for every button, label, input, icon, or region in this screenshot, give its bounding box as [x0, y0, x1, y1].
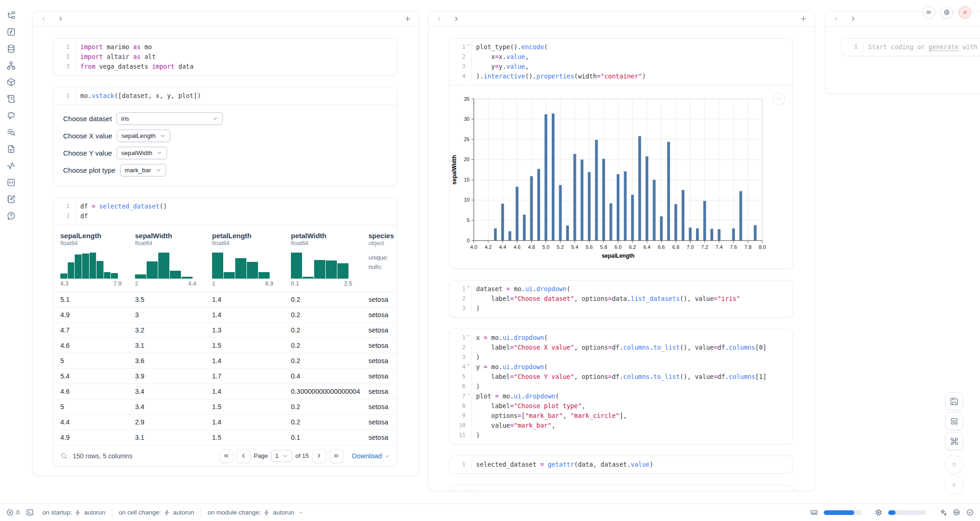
code-text[interactable]: y = mo.ui.dropdown( — [471, 362, 793, 372]
choose-dataset-select[interactable]: iris — [116, 112, 223, 125]
code-text[interactable]: mo.vstack([dataset, x, y, plot]) — [76, 91, 397, 101]
file-tree-icon[interactable] — [6, 11, 16, 20]
add-cell-button[interactable] — [404, 15, 412, 23]
code-text[interactable]: label="Choose plot type", — [471, 401, 793, 411]
code-editor[interactable]: 1selected_dataset = getattr(data, datase… — [450, 456, 793, 473]
prev-page-button[interactable] — [237, 449, 251, 463]
code-editor[interactable]: 1plot_type = getattr(alt.Chart(df), plot… — [450, 485, 793, 491]
stop-button[interactable] — [945, 455, 963, 474]
ai-chat-icon[interactable] — [6, 111, 16, 120]
code-cell[interactable]: 1df = selected_dataset()2dfsepalLengthfl… — [53, 197, 397, 467]
code-text[interactable]: import altair as alt — [76, 52, 397, 62]
logs-icon[interactable] — [6, 128, 16, 137]
table-row[interactable]: 5.43.91.70.4setosa — [54, 368, 397, 384]
autorun-setting-1[interactable]: on cell change:autorun — [119, 509, 194, 516]
column-header-sepalLength[interactable]: sepalLengthfloat644.37.9 — [59, 232, 134, 287]
fold-chevron-icon[interactable] — [466, 391, 471, 397]
download-button[interactable]: Download — [352, 452, 391, 460]
table-row[interactable]: 53.41.50.2setosa — [54, 399, 397, 414]
autorun-setting-0[interactable]: on startup:autorun — [42, 509, 105, 516]
autorun-setting-2[interactable]: on module change:autorun — [207, 509, 303, 516]
fold-chevron-icon[interactable] — [466, 42, 471, 47]
notebook-icon[interactable] — [6, 195, 16, 204]
chart-actions-button[interactable] — [773, 93, 785, 105]
table-row[interactable]: 4.42.91.40.2setosa — [54, 414, 397, 430]
page-select[interactable]: 1 — [271, 450, 292, 462]
package-icon[interactable] — [6, 78, 16, 87]
fold-chevron-icon[interactable] — [466, 362, 471, 367]
function-square-icon[interactable] — [6, 27, 16, 37]
column-header-petalWidth[interactable]: petalWidthfloat640.12.5 — [290, 232, 368, 287]
code-cell[interactable]: 1mo.vstack([dataset, x, y, plot])Choose … — [53, 87, 397, 186]
column-header-sepalWidth[interactable]: sepalWidthfloat6424.4 — [134, 232, 211, 287]
code-editor[interactable]: 1dataset = mo.ui.dropdown(2 label="Choos… — [450, 280, 793, 317]
documentation-icon[interactable] — [6, 144, 16, 154]
code-text[interactable]: y=y.value, — [471, 62, 793, 72]
settings-button[interactable] — [941, 6, 953, 19]
code-text[interactable]: options=["mark_bar", "mark_circle"], — [471, 411, 793, 421]
code-cell[interactable]: 1x = mo.ui.dropdown(2 label="Choose X va… — [449, 329, 793, 444]
empty-code-cell[interactable]: 1 Start coding or generate with — [841, 38, 980, 56]
code-text[interactable]: selected_dataset = getattr(data, dataset… — [471, 460, 793, 469]
code-cell[interactable]: 1import marimo as mo2import altair as al… — [53, 38, 397, 76]
table-row[interactable]: 4.63.41.40.30000000000000004setosa — [54, 384, 397, 399]
nav-back-icon[interactable] — [40, 15, 47, 22]
nav-back-icon[interactable] — [832, 15, 839, 22]
table-row[interactable]: 4.63.11.50.2setosa — [54, 338, 397, 353]
check-circle-icon[interactable] — [966, 508, 974, 516]
table-row[interactable]: 4.931.40.2setosa — [54, 307, 397, 322]
code-cell[interactable]: 1plot_type = getattr(alt.Chart(df), plot… — [449, 485, 793, 491]
code-text[interactable]: plot_type = getattr(alt.Chart(df), plot.… — [471, 489, 793, 491]
code-text[interactable]: df = selected_dataset() — [76, 202, 397, 211]
code-text[interactable]: df — [76, 211, 397, 221]
code-text[interactable]: label="Choose dataset", options=data.lis… — [471, 294, 793, 304]
copilot-icon[interactable] — [953, 508, 961, 516]
run-button[interactable] — [945, 475, 963, 494]
code-editor[interactable]: 1plot_type().encode(2 x=x.value,3 y=y.va… — [450, 39, 793, 85]
layout-button[interactable] — [945, 412, 963, 430]
code-text[interactable]: ) — [471, 430, 793, 440]
code-text[interactable]: ) — [471, 304, 793, 313]
code-text[interactable]: dataset = mo.ui.dropdown( — [471, 284, 793, 294]
code-text[interactable]: plot = mo.ui.dropdown( — [471, 391, 793, 401]
dependency-graph-icon[interactable] — [6, 61, 16, 70]
fold-chevron-icon[interactable] — [466, 333, 471, 338]
snippets-icon[interactable] — [6, 178, 16, 187]
code-editor-placeholder[interactable]: Start coding or generate with — [864, 42, 980, 52]
code-text[interactable]: ).interactive().properties(width="contai… — [471, 72, 793, 81]
code-editor[interactable]: 1mo.vstack([dataset, x, y, plot]) — [54, 87, 397, 104]
scratchpad-icon[interactable] — [6, 94, 16, 104]
code-editor[interactable]: 1import marimo as mo2import altair as al… — [54, 39, 397, 75]
table-row[interactable]: 4.93.11.50.1setosa — [54, 430, 397, 445]
choose-plot-type-select[interactable]: mark_bar — [120, 164, 166, 176]
first-page-button[interactable] — [219, 449, 233, 463]
code-text[interactable]: import marimo as mo — [76, 42, 397, 52]
terminal-icon[interactable] — [26, 508, 34, 516]
code-editor[interactable]: 1df = selected_dataset()2df — [54, 198, 397, 225]
code-text[interactable]: label="Choose X value", options=df.colum… — [471, 343, 793, 352]
fold-chevron-icon[interactable] — [466, 284, 471, 289]
code-text[interactable]: x=x.value, — [471, 52, 793, 62]
code-editor[interactable]: 1x = mo.ui.dropdown(2 label="Choose X va… — [450, 329, 793, 444]
nav-back-icon[interactable] — [436, 15, 443, 22]
code-text[interactable]: ) — [471, 352, 793, 362]
next-page-button[interactable] — [312, 449, 326, 463]
code-text[interactable]: value="mark_bar", — [471, 421, 793, 430]
database-icon[interactable] — [6, 44, 16, 53]
column-header-petalLength[interactable]: petalLengthfloat6416.9 — [211, 232, 290, 287]
command-palette-button[interactable] — [945, 432, 963, 450]
nav-forward-button[interactable] — [453, 15, 460, 22]
code-text[interactable]: from vega_datasets import data — [76, 62, 397, 72]
menu-button[interactable] — [922, 6, 935, 19]
nav-forward-button[interactable] — [850, 15, 857, 22]
tracing-icon[interactable] — [6, 161, 16, 170]
code-text[interactable]: ) — [471, 382, 793, 391]
generate-with-ai-link[interactable]: generate — [928, 43, 959, 51]
last-page-button[interactable] — [329, 449, 343, 463]
table-row[interactable]: 53.61.40.2setosa — [54, 353, 397, 368]
search-icon[interactable] — [60, 452, 68, 460]
table-row[interactable]: 4.73.21.30.2setosa — [54, 322, 397, 338]
code-text[interactable]: x = mo.ui.dropdown( — [471, 333, 793, 343]
nav-forward-button[interactable] — [57, 15, 64, 22]
help-icon[interactable] — [6, 211, 16, 221]
